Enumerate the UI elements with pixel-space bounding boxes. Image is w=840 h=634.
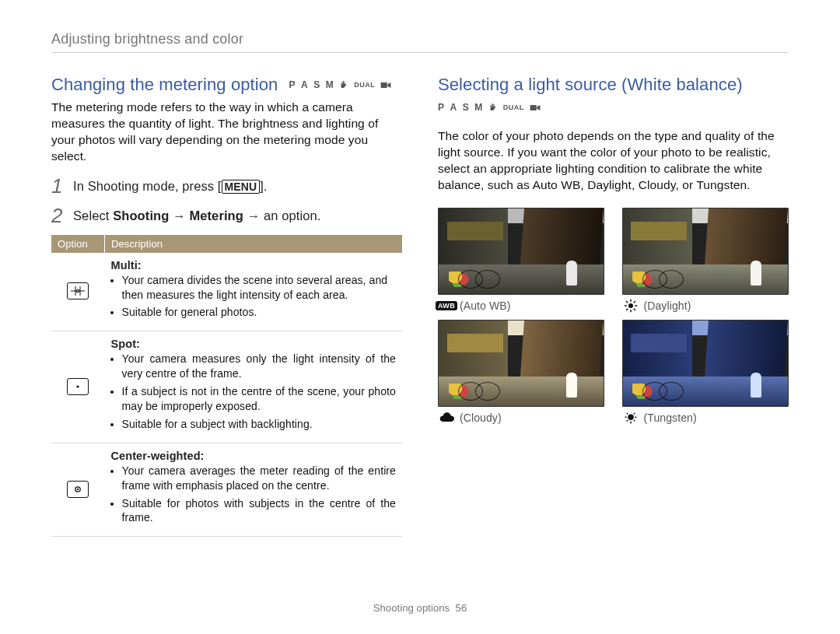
option-desc-cell: Spot: Your camera measures only the ligh… bbox=[105, 331, 403, 443]
left-column: Changing the metering option P A S M DUA… bbox=[51, 75, 402, 537]
svg-point-8 bbox=[77, 488, 79, 489]
left-heading: Changing the metering option P A S M DUA… bbox=[51, 75, 402, 95]
option-title: Center-weighted: bbox=[111, 450, 397, 462]
metering-table: Option Description Multi: Your camera di… bbox=[51, 235, 402, 538]
wb-sample-cloudy-image bbox=[438, 320, 604, 407]
svg-point-10 bbox=[628, 303, 633, 308]
mode-strip: P A S M DUAL bbox=[289, 79, 391, 90]
multi-metering-icon bbox=[67, 282, 89, 299]
mode-dual: DUAL bbox=[354, 81, 375, 89]
option-title: Multi: bbox=[111, 259, 397, 271]
mode-a: A bbox=[450, 102, 457, 113]
wb-thumb-tungsten: (Tungsten) bbox=[622, 320, 789, 424]
mode-a: A bbox=[301, 79, 308, 90]
wb-caption: AWB (Auto WB) bbox=[438, 299, 605, 312]
footer-page-number: 56 bbox=[456, 602, 467, 614]
option-icon-cell bbox=[51, 253, 105, 331]
mode-p: P bbox=[438, 102, 445, 113]
wb-caption: (Cloudy) bbox=[438, 412, 605, 424]
option-desc-cell: Center-weighted: Your camera averages th… bbox=[105, 443, 403, 537]
svg-line-23 bbox=[626, 413, 628, 415]
step-2-text: Select Shooting → Metering → an option. bbox=[73, 205, 320, 226]
table-head-option: Option bbox=[51, 235, 105, 253]
center-weighted-metering-icon bbox=[67, 481, 89, 498]
svg-line-26 bbox=[633, 420, 635, 422]
mode-dual: DUAL bbox=[503, 103, 524, 111]
svg-line-25 bbox=[626, 420, 628, 422]
movie-icon bbox=[530, 103, 541, 112]
svg-rect-9 bbox=[530, 105, 536, 110]
movie-icon bbox=[380, 81, 391, 89]
wb-sample-auto-image bbox=[438, 208, 604, 295]
hand-icon bbox=[488, 103, 498, 112]
page-section-header: Adjusting brightness and color bbox=[51, 31, 789, 47]
option-bullet: Suitable for general photos. bbox=[122, 305, 397, 320]
table-row: Spot: Your camera measures only the ligh… bbox=[51, 331, 402, 443]
auto-wb-icon: AWB bbox=[438, 299, 455, 312]
option-icon-cell bbox=[51, 331, 105, 443]
svg-line-17 bbox=[633, 301, 635, 303]
svg-point-19 bbox=[628, 414, 634, 420]
right-column: Selecting a light source (White balance)… bbox=[438, 75, 789, 537]
option-title: Spot: bbox=[111, 338, 397, 350]
step-2: 2 Select Shooting → Metering → an option… bbox=[51, 205, 402, 226]
step-number-2: 2 bbox=[51, 205, 65, 226]
wb-sample-daylight-image bbox=[622, 208, 789, 295]
wb-caption: (Daylight) bbox=[622, 299, 789, 312]
wb-thumbnails: AWB (Auto WB) (Daylight) bbox=[438, 208, 789, 424]
wb-thumb-daylight: (Daylight) bbox=[622, 208, 789, 312]
mode-m: M bbox=[474, 102, 483, 113]
option-desc-cell: Multi: Your camera divides the scene int… bbox=[105, 253, 403, 331]
mode-m: M bbox=[326, 79, 334, 90]
step-1-text: In Shooting mode, press [MENU]. bbox=[73, 176, 268, 196]
mode-p: P bbox=[289, 79, 296, 90]
svg-line-15 bbox=[626, 301, 628, 303]
option-bullet: Your camera averages the meter reading o… bbox=[122, 464, 397, 493]
menu-button-label: MENU bbox=[222, 180, 261, 194]
left-heading-text: Changing the metering option bbox=[51, 75, 278, 95]
header-rule bbox=[51, 52, 789, 53]
left-intro: The metering mode refers to the way in w… bbox=[51, 100, 402, 165]
wb-sample-tungsten-image bbox=[622, 320, 789, 407]
table-row: Center-weighted: Your camera averages th… bbox=[51, 443, 402, 537]
svg-line-18 bbox=[626, 308, 628, 310]
option-bullet: Your camera divides the scene into sever… bbox=[122, 273, 397, 303]
svg-rect-0 bbox=[381, 82, 387, 88]
option-bullet: Your camera measures only the light inte… bbox=[122, 352, 397, 381]
option-bullet: If a subject is not in the centre of the… bbox=[122, 384, 397, 414]
step-1: 1 In Shooting mode, press [MENU]. bbox=[51, 176, 402, 196]
option-bullet: Suitable for a subject with backlighting… bbox=[122, 417, 397, 432]
svg-point-6 bbox=[77, 385, 79, 387]
right-heading: Selecting a light source (White balance) bbox=[438, 75, 789, 95]
steps: 1 In Shooting mode, press [MENU]. 2 Sele… bbox=[51, 176, 402, 226]
svg-line-16 bbox=[633, 308, 635, 310]
sun-icon bbox=[622, 299, 639, 312]
svg-line-24 bbox=[633, 413, 635, 415]
page-footer: Shooting options 56 bbox=[0, 602, 840, 614]
mode-s: S bbox=[463, 102, 470, 113]
hand-icon bbox=[339, 80, 348, 89]
right-heading-text: Selecting a light source (White balance) bbox=[438, 75, 743, 95]
footer-section: Shooting options bbox=[373, 602, 450, 614]
cloud-icon bbox=[438, 412, 455, 424]
table-row: Multi: Your camera divides the scene int… bbox=[51, 253, 402, 331]
wb-thumb-cloudy: (Cloudy) bbox=[438, 320, 605, 424]
option-icon-cell bbox=[51, 443, 105, 537]
wb-caption: (Tungsten) bbox=[622, 412, 789, 424]
spot-metering-icon bbox=[67, 378, 89, 395]
table-head-description: Description bbox=[105, 235, 403, 253]
step-number-1: 1 bbox=[51, 176, 65, 196]
bulb-icon bbox=[622, 412, 639, 424]
mode-s: S bbox=[313, 79, 320, 90]
mode-strip: P A S M DUAL bbox=[438, 102, 541, 113]
wb-thumb-auto: AWB (Auto WB) bbox=[438, 208, 605, 312]
option-bullet: Suitable for photos with subjects in the… bbox=[122, 496, 397, 526]
right-intro: The color of your photo depends on the t… bbox=[438, 128, 789, 194]
